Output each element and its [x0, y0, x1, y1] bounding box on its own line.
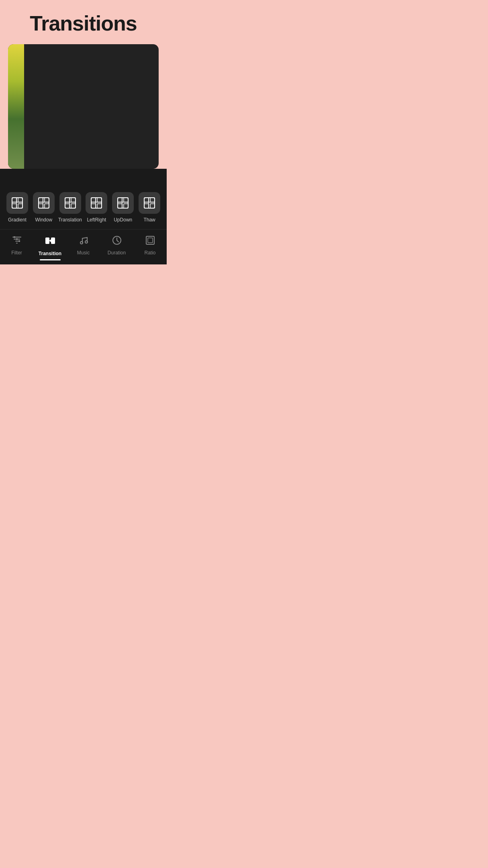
nav-music[interactable]: Music [67, 233, 100, 256]
svg-point-48 [80, 242, 83, 244]
music-nav-label: Music [77, 250, 90, 256]
duration-nav-label: Duration [108, 250, 126, 256]
svg-rect-7 [39, 198, 49, 208]
ratio-nav-label: Ratio [144, 250, 155, 256]
updown-label: UpDown [114, 217, 132, 223]
svg-rect-46 [51, 237, 55, 244]
svg-rect-51 [146, 236, 154, 244]
svg-rect-17 [65, 204, 69, 208]
page-title: Transitions [30, 0, 137, 44]
nav-filter[interactable]: Filter [0, 233, 33, 256]
svg-rect-15 [65, 198, 69, 202]
window-label: Window [35, 217, 52, 223]
thaw-icon [143, 197, 156, 209]
svg-rect-37 [150, 198, 155, 202]
leftright-label: LeftRight [87, 217, 106, 223]
photo-preview [8, 44, 159, 169]
transition-item-gradient[interactable]: Gradient [4, 192, 31, 223]
leftright-icon-bg [86, 192, 107, 214]
svg-rect-52 [148, 238, 153, 243]
svg-rect-29 [118, 198, 122, 202]
transition-item-leftright[interactable]: LeftRight [83, 192, 110, 223]
svg-rect-4 [18, 204, 22, 208]
transition-nav-label: Transition [39, 251, 61, 256]
svg-rect-44 [18, 240, 20, 242]
thaw-label: Thaw [143, 217, 155, 223]
svg-rect-18 [71, 204, 76, 208]
nav-ratio[interactable]: Ratio [133, 233, 167, 256]
svg-rect-11 [45, 204, 49, 208]
svg-rect-38 [144, 204, 149, 208]
svg-point-49 [85, 241, 88, 243]
translation-icon [64, 197, 77, 209]
svg-rect-2 [18, 198, 22, 202]
translation-label: Translation [58, 217, 82, 223]
filter-nav-label: Filter [11, 250, 22, 256]
svg-rect-22 [91, 198, 96, 202]
svg-rect-30 [124, 198, 128, 202]
svg-rect-16 [71, 198, 76, 202]
svg-rect-31 [118, 204, 122, 208]
transition-nav-icon [45, 235, 56, 249]
svg-rect-8 [39, 198, 43, 202]
svg-rect-21 [91, 198, 102, 208]
transition-row: Gradient Window [0, 189, 167, 229]
svg-rect-42 [14, 236, 15, 238]
svg-rect-43 [16, 238, 18, 240]
svg-rect-14 [65, 198, 76, 208]
svg-rect-39 [150, 204, 155, 208]
updown-icon-bg [112, 192, 134, 214]
gradient-label: Gradient [8, 217, 27, 223]
nav-duration[interactable]: Duration [100, 233, 133, 256]
window-icon [37, 197, 50, 209]
svg-rect-25 [97, 204, 102, 208]
svg-rect-32 [124, 204, 128, 208]
updown-icon [116, 197, 129, 209]
svg-rect-28 [118, 198, 128, 208]
svg-rect-9 [45, 198, 49, 202]
gradient-icon-bg [6, 192, 28, 214]
filter-icon [12, 235, 22, 248]
svg-rect-1 [12, 198, 16, 202]
preview-left-strip [8, 44, 24, 169]
ratio-icon [145, 235, 155, 248]
svg-rect-0 [12, 198, 22, 208]
nav-transition[interactable]: Transition [33, 233, 67, 256]
translation-icon-bg [59, 192, 81, 214]
svg-rect-10 [39, 204, 43, 208]
transition-item-updown[interactable]: UpDown [110, 192, 136, 223]
svg-rect-36 [144, 198, 149, 202]
transition-item-thaw[interactable]: Thaw [136, 192, 163, 223]
active-tab-underline [40, 259, 61, 260]
transition-item-translation[interactable]: Translation [57, 192, 84, 223]
bottom-nav: Filter Transition Music [0, 229, 167, 264]
svg-rect-24 [91, 204, 96, 208]
window-icon-bg [33, 192, 55, 214]
music-icon [78, 235, 89, 248]
svg-rect-35 [144, 198, 155, 208]
leftright-icon [90, 197, 103, 209]
svg-rect-3 [12, 204, 16, 208]
gradient-icon [11, 197, 24, 209]
svg-rect-45 [45, 237, 49, 244]
panel-spacer [0, 174, 167, 189]
transition-item-window[interactable]: Window [31, 192, 57, 223]
bottom-panel: Gradient Window [0, 169, 167, 229]
duration-icon [112, 235, 122, 248]
svg-rect-23 [97, 198, 102, 202]
thaw-icon-bg [139, 192, 160, 214]
